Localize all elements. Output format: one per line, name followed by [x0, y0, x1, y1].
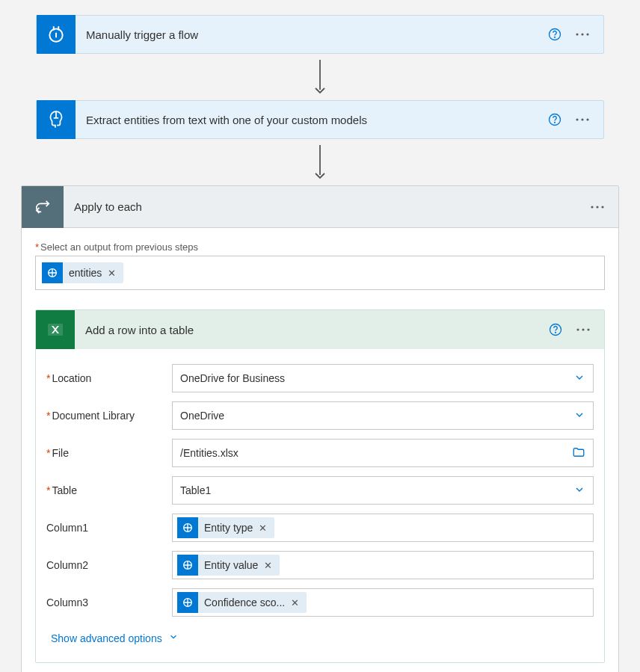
location-row: *Location OneDrive for Business	[46, 360, 594, 397]
close-icon[interactable]: ✕	[291, 597, 299, 608]
svg-point-13	[601, 206, 603, 208]
location-value: OneDrive for Business	[180, 372, 285, 384]
show-advanced-options-link[interactable]: Show advanced options	[46, 621, 179, 658]
svg-point-2	[555, 37, 556, 37]
trigger-label: Manually trigger a flow	[76, 28, 548, 41]
select-output-label: *Select an output from previous steps	[35, 241, 605, 253]
extract-label: Extract entities from text with one of y…	[76, 114, 548, 126]
entity-type-token[interactable]: Entity type ✕	[177, 517, 274, 538]
chevron-down-icon	[573, 372, 585, 386]
column1-input[interactable]: Entity type ✕	[172, 514, 594, 542]
svg-point-19	[582, 328, 584, 330]
entities-token[interactable]: entities ✕	[42, 262, 123, 283]
ai-icon	[37, 100, 76, 139]
folder-icon[interactable]	[572, 446, 585, 461]
token-label: Confidence sco...	[204, 597, 285, 608]
doclib-label: Document Library	[52, 410, 135, 422]
close-icon[interactable]: ✕	[264, 560, 272, 571]
flow-canvas: Manually trigger a flow Extract entities…	[0, 15, 640, 672]
column2-input[interactable]: Entity value ✕	[172, 551, 594, 579]
column3-input[interactable]: Confidence sco... ✕	[172, 588, 594, 617]
advanced-label: Show advanced options	[51, 632, 162, 644]
doclib-value: OneDrive	[180, 410, 224, 422]
col2-label: Column2	[46, 559, 88, 571]
col1-label: Column1	[46, 522, 88, 534]
token-label: entities	[69, 267, 102, 279]
file-value: /Entities.xlsx	[180, 447, 239, 459]
connector-arrow	[0, 139, 640, 185]
document-library-row: *Document Library OneDrive	[46, 397, 594, 434]
location-label: Location	[52, 372, 91, 384]
confidence-score-token[interactable]: Confidence sco... ✕	[177, 592, 307, 613]
trigger-icon	[37, 15, 76, 54]
help-icon[interactable]	[548, 113, 561, 126]
svg-point-4	[581, 33, 583, 35]
table-select[interactable]: Table1	[172, 476, 594, 505]
help-icon[interactable]	[549, 323, 562, 336]
more-icon[interactable]	[590, 205, 605, 209]
apply-label: Apply to each	[64, 200, 590, 213]
column2-row: Column2 Entity value ✕	[46, 546, 594, 584]
col3-label: Column3	[46, 597, 88, 608]
column1-row: Column1 Entity type ✕	[46, 509, 594, 546]
svg-point-20	[587, 328, 589, 330]
ai-icon	[177, 592, 198, 613]
svg-point-7	[555, 122, 556, 123]
ai-icon	[177, 555, 198, 576]
entity-value-token[interactable]: Entity value ✕	[177, 555, 280, 576]
extract-node[interactable]: Extract entities from text with one of y…	[36, 100, 604, 139]
loop-icon	[22, 186, 64, 228]
table-value: Table1	[180, 484, 211, 496]
svg-point-11	[591, 206, 593, 208]
close-icon[interactable]: ✕	[108, 268, 116, 279]
svg-point-12	[596, 206, 598, 208]
close-icon[interactable]: ✕	[259, 523, 267, 534]
file-input[interactable]: /Entities.xlsx	[172, 439, 594, 467]
chevron-down-icon	[168, 632, 179, 644]
select-output-input[interactable]: entities ✕	[35, 256, 605, 290]
svg-point-10	[586, 118, 588, 120]
excel-icon	[36, 310, 75, 349]
ai-icon	[42, 262, 63, 283]
svg-point-8	[576, 118, 578, 120]
chevron-down-icon	[573, 409, 585, 423]
svg-point-9	[581, 118, 583, 120]
excel-add-row-card: Add a row into a table *Location	[35, 309, 605, 663]
ai-icon	[177, 517, 198, 538]
table-label: Table	[52, 484, 76, 496]
chevron-down-icon	[573, 484, 585, 498]
location-select[interactable]: OneDrive for Business	[172, 364, 594, 392]
more-icon[interactable]	[576, 327, 591, 332]
apply-to-each-block: Apply to each *Select an output from pre…	[21, 185, 619, 672]
excel-header[interactable]: Add a row into a table	[36, 310, 604, 349]
svg-point-18	[576, 328, 579, 330]
svg-point-17	[556, 332, 556, 333]
svg-point-5	[586, 33, 588, 35]
file-row: *File /Entities.xlsx	[46, 434, 594, 472]
connector-arrow	[0, 54, 640, 100]
apply-header[interactable]: Apply to each	[22, 186, 618, 228]
column3-row: Column3 Confidence sco... ✕	[46, 584, 594, 621]
table-row: *Table Table1	[46, 472, 594, 509]
token-label: Entity value	[204, 559, 258, 571]
token-label: Entity type	[204, 522, 253, 534]
more-icon[interactable]	[575, 32, 590, 37]
more-icon[interactable]	[575, 117, 590, 122]
file-label: File	[52, 447, 69, 459]
help-icon[interactable]	[548, 28, 561, 41]
document-library-select[interactable]: OneDrive	[172, 401, 594, 430]
trigger-node[interactable]: Manually trigger a flow	[36, 15, 604, 54]
svg-point-3	[576, 33, 578, 35]
excel-title: Add a row into a table	[75, 324, 549, 336]
